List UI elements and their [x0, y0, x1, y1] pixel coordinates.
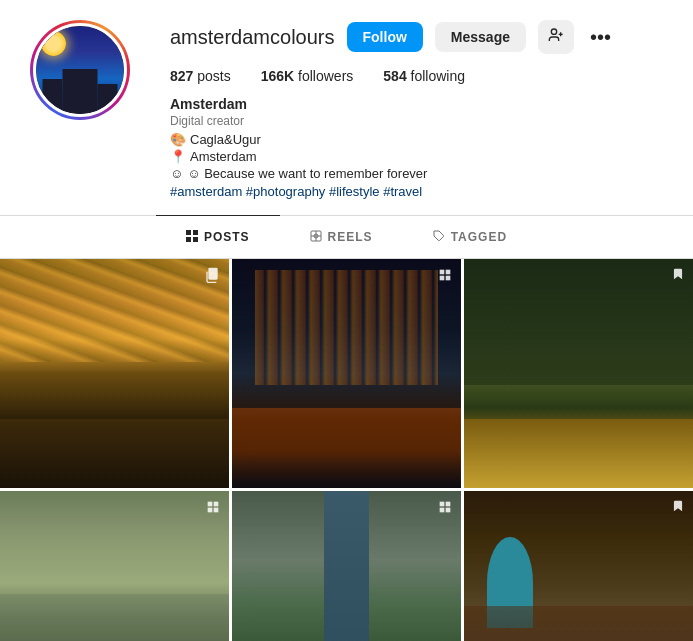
save-icon-6: [671, 499, 685, 517]
followers-stat[interactable]: 166K followers: [261, 68, 354, 84]
tabs-bar: POSTS REELS TAGGED: [0, 216, 693, 259]
grid-item-5[interactable]: [232, 491, 461, 641]
photo-grid: [0, 259, 693, 641]
more-icon: •••: [590, 26, 611, 48]
more-button[interactable]: •••: [586, 26, 615, 49]
grid-item-2[interactable]: [232, 259, 461, 488]
profile-hashtags[interactable]: #amsterdam #photography #lifestyle #trav…: [170, 184, 663, 199]
profile-bio: ☺ ☺ Because we want to remember forever: [170, 166, 663, 181]
svg-rect-5: [186, 237, 191, 242]
svg-rect-22: [440, 508, 445, 513]
grid-item-4[interactable]: [0, 491, 229, 641]
follow-button[interactable]: Follow: [347, 22, 423, 52]
svg-rect-20: [440, 502, 445, 507]
svg-rect-4: [193, 230, 198, 235]
svg-rect-3: [186, 230, 191, 235]
svg-rect-19: [214, 508, 219, 513]
grid-item-1[interactable]: [0, 259, 229, 488]
avatar[interactable]: [30, 20, 130, 120]
svg-rect-21: [446, 502, 451, 507]
add-person-button[interactable]: [538, 20, 574, 54]
multi-photo-icon-5: [437, 499, 453, 519]
svg-rect-17: [214, 502, 219, 507]
tab-tagged-label: TAGGED: [451, 230, 507, 244]
tab-posts[interactable]: POSTS: [156, 215, 280, 258]
brush-icon: 🎨: [170, 132, 186, 147]
svg-rect-23: [446, 508, 451, 513]
tab-reels[interactable]: REELS: [280, 215, 403, 258]
stats-row: 827 posts 166K followers 584 following: [170, 68, 663, 84]
tab-reels-label: REELS: [328, 230, 373, 244]
pin-icon: 📍: [170, 149, 186, 164]
following-stat[interactable]: 584 following: [383, 68, 465, 84]
svg-rect-12: [440, 270, 445, 275]
svg-point-0: [551, 29, 556, 34]
profile-location: Amsterdam: [170, 96, 663, 112]
svg-rect-16: [208, 502, 213, 507]
multi-photo-icon-2: [437, 267, 453, 287]
svg-rect-6: [193, 237, 198, 242]
svg-rect-15: [446, 276, 451, 281]
svg-rect-18: [208, 508, 213, 513]
svg-rect-14: [440, 276, 445, 281]
grid-item-3[interactable]: [464, 259, 693, 488]
profile-top-row: amsterdamcolours Follow Message •••: [170, 20, 663, 54]
svg-rect-13: [446, 270, 451, 275]
tag-icon: [433, 229, 445, 245]
grid-icon: [186, 229, 198, 245]
profile-header: amsterdamcolours Follow Message •••: [0, 0, 693, 215]
save-icon-3: [671, 267, 685, 285]
profile-category: Digital creator: [170, 114, 663, 128]
profile-info: amsterdamcolours Follow Message •••: [170, 20, 663, 199]
tab-tagged[interactable]: TAGGED: [403, 215, 537, 258]
multi-photo-icon-4: [205, 499, 221, 519]
tab-posts-label: POSTS: [204, 230, 250, 244]
username: amsterdamcolours: [170, 26, 335, 49]
message-button[interactable]: Message: [435, 22, 526, 52]
reels-icon: [310, 229, 322, 245]
person-add-icon: [548, 27, 564, 47]
smile-icon: ☺: [170, 166, 183, 181]
profile-creator: 🎨 Cagla&Ugur: [170, 132, 663, 147]
grid-item-6[interactable]: [464, 491, 693, 641]
posts-stat[interactable]: 827 posts: [170, 68, 231, 84]
profile-location-tag: 📍 Amsterdam: [170, 149, 663, 164]
multi-photo-icon-1: [205, 267, 221, 287]
